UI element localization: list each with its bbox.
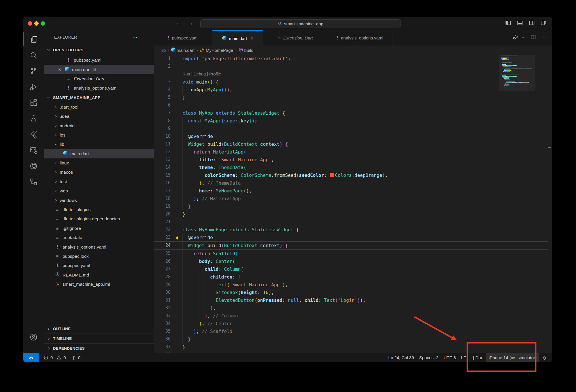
zoom-window-button[interactable] bbox=[41, 21, 45, 26]
status-item--dart[interactable]: {} Dart bbox=[469, 353, 486, 362]
forward-arrow-button[interactable]: → bbox=[188, 20, 194, 26]
activity-search-icon[interactable] bbox=[23, 48, 44, 62]
code-line-7[interactable]: 7class MyApp extends StatelessWidget { bbox=[154, 109, 552, 117]
code-line-14[interactable]: 14 theme: ThemeData( bbox=[154, 164, 552, 171]
code-line-20[interactable]: 20} bbox=[154, 210, 552, 218]
tab-analysis_options.yaml[interactable]: !analysis_options.yaml bbox=[328, 30, 392, 46]
sidebar-section-timeline[interactable]: ›TIMELINE bbox=[44, 334, 154, 343]
code-line-32[interactable]: 32 ], bbox=[154, 304, 552, 312]
tree-file-.flutter-plugins-dependencies[interactable]: ≡.flutter-plugins-dependencies bbox=[44, 214, 154, 224]
activity-hierarchy-icon[interactable] bbox=[23, 175, 44, 189]
code-line-30[interactable]: 30 SizedBox(height: 16), bbox=[154, 289, 552, 296]
tree-file-smart_machine_app.iml[interactable]: smart_machine_app.iml bbox=[44, 280, 154, 289]
code-line-18[interactable]: 18 ); // MaterialApp bbox=[154, 195, 552, 202]
split-editor-icon[interactable] bbox=[530, 34, 536, 40]
code-line-29[interactable]: 29 Text('Smart Machine App'), bbox=[154, 281, 552, 289]
sidebar-more-actions[interactable]: ⋯ bbox=[132, 34, 138, 41]
tree-folder-windows[interactable]: ›windows bbox=[44, 196, 154, 205]
status-item-utf-8[interactable]: UTF-8 bbox=[441, 353, 459, 362]
code-line-17[interactable]: 17 home: MyHomePage(), bbox=[154, 187, 552, 195]
code-line-24[interactable]: 24 Widget build(BuildContext context) { bbox=[154, 241, 548, 250]
run-and-debug-icon[interactable] bbox=[513, 34, 519, 40]
code-line-9[interactable]: 9 bbox=[154, 125, 552, 132]
codelens-label[interactable]: Run | Debug | Profile bbox=[182, 70, 221, 78]
activity-github-icon[interactable] bbox=[23, 159, 44, 173]
code-line-31[interactable]: 31 ElevatedButton(onPressed: null, child… bbox=[154, 296, 552, 304]
code-line-19[interactable]: 19 } bbox=[154, 202, 552, 210]
tab-pubspec.yaml[interactable]: !pubspec.yaml bbox=[154, 30, 212, 46]
tree-folder-android[interactable]: ›android bbox=[44, 121, 154, 130]
minimap[interactable] bbox=[501, 56, 533, 89]
ports-indicator[interactable]: 0 bbox=[69, 353, 83, 362]
code-line-28[interactable]: 28 children: [ bbox=[154, 273, 552, 281]
breadcrumb-item[interactable]: MyHomePage bbox=[200, 48, 233, 53]
tab-Extension: Dart[interactable]: ≡Extension: Dart bbox=[263, 30, 328, 46]
open-editor-item[interactable]: ≡Extension: Dart bbox=[44, 74, 154, 84]
code-line-34[interactable]: 34 ), // Center bbox=[154, 320, 552, 327]
color-swatch[interactable] bbox=[330, 173, 334, 177]
tree-folder-.idea[interactable]: ›.idea bbox=[44, 112, 154, 121]
activity-extensions-icon[interactable] bbox=[23, 95, 44, 110]
tree-folder-lib[interactable]: ›lib bbox=[44, 140, 154, 149]
command-center-search[interactable]: smart_machine_app bbox=[200, 19, 401, 28]
tree-folder-macos[interactable]: ›macos bbox=[44, 168, 154, 177]
status-item-spaces-2[interactable]: Spaces: 2 bbox=[417, 353, 441, 362]
code-line-35[interactable]: 35 ); // Scaffold bbox=[154, 327, 552, 335]
status-item-iphone-14-ios-simulator-[interactable]: iPhone 14 (ios simulator) bbox=[486, 353, 539, 362]
activity-flutter-icon[interactable] bbox=[23, 127, 44, 141]
layout-panel-icon[interactable] bbox=[517, 20, 523, 26]
close-tab-icon[interactable]: × bbox=[251, 36, 253, 41]
sidebar-section-outline[interactable]: ›OUTLINE bbox=[44, 324, 154, 334]
activity-devtools-icon[interactable] bbox=[23, 143, 44, 157]
chevron-down-icon[interactable]: ⌄ bbox=[521, 35, 524, 39]
code-line-21[interactable]: 21 bbox=[154, 218, 552, 226]
sidebar-section-dependencies[interactable]: ›DEPENDENCIES bbox=[44, 343, 154, 353]
layout-customize-icon[interactable] bbox=[540, 20, 547, 26]
tree-file-README.md[interactable]: README.md bbox=[44, 270, 154, 280]
tree-file-pubspec.lock[interactable]: ≡pubspec.lock bbox=[44, 252, 154, 261]
tree-file-.gitignore[interactable]: ◆.gitignore bbox=[44, 224, 154, 233]
breadcrumb-item[interactable]: build bbox=[239, 48, 254, 53]
breadcrumb-item[interactable]: lib bbox=[161, 48, 166, 53]
tree-file-.flutter-plugins[interactable]: ≡.flutter-plugins bbox=[44, 205, 154, 214]
code-line-33[interactable]: 33 ), // Column bbox=[154, 312, 552, 320]
status-item-ln-24-col-39[interactable]: Ln 24, Col 39 bbox=[386, 353, 417, 362]
breadcrumb-item[interactable]: main.dart bbox=[171, 48, 195, 53]
back-arrow-button[interactable]: ← bbox=[175, 20, 181, 26]
tree-file-analysis_options.yaml[interactable]: !analysis_options.yaml bbox=[44, 242, 154, 251]
code-line-25[interactable]: 25 return Scaffold( bbox=[154, 250, 552, 257]
code-line-15[interactable]: 15 colorScheme: ColorScheme.fromSeed(see… bbox=[154, 171, 552, 179]
project-root-header[interactable]: › SMART_MACHINE_APP bbox=[44, 93, 154, 103]
notifications-bell-icon[interactable] bbox=[539, 353, 550, 362]
code-line-5[interactable]: 5} bbox=[154, 94, 552, 101]
more-actions-icon[interactable] bbox=[542, 34, 548, 40]
code-line-12[interactable]: 12 return MaterialApp( bbox=[154, 148, 552, 156]
close-editor-icon[interactable]: × bbox=[57, 67, 62, 73]
open-editor-item[interactable]: !analysis_options.yaml bbox=[44, 84, 154, 93]
code-line-23[interactable]: 23 @override bbox=[154, 234, 552, 241]
code-line-27[interactable]: 27 child: Column( bbox=[154, 265, 552, 273]
code-line-11[interactable]: 11 Widget build(BuildContext context) { bbox=[154, 140, 552, 148]
code-line-1[interactable]: 1import 'package:flutter/material.dart'; bbox=[154, 55, 552, 63]
code-line-22[interactable]: 22class MyHomePage extends StatelessWidg… bbox=[154, 226, 552, 234]
code-line-6[interactable]: 6 bbox=[154, 101, 552, 109]
activity-testing-icon[interactable] bbox=[23, 111, 44, 126]
activity-account-icon[interactable] bbox=[23, 330, 44, 344]
codelens-actions[interactable]: Run | Debug | Profile bbox=[154, 70, 552, 78]
activity-run-debug-icon[interactable] bbox=[23, 79, 44, 94]
problems-indicator[interactable]: 0 0 bbox=[41, 353, 69, 362]
code-line-10[interactable]: 10 @override bbox=[154, 132, 552, 140]
code-line-26[interactable]: 26 body: Center( bbox=[154, 257, 552, 265]
tree-folder-.dart_tool[interactable]: ›.dart_tool bbox=[44, 103, 154, 112]
tree-file-pubspec.yaml[interactable]: !pubspec.yaml bbox=[44, 261, 154, 270]
remote-indicator[interactable]: >< bbox=[23, 353, 39, 362]
code-line-2[interactable]: 2 bbox=[154, 63, 552, 70]
tree-folder-web[interactable]: ›web bbox=[44, 186, 154, 196]
code-line-16[interactable]: 16 ), // ThemeData bbox=[154, 179, 552, 187]
tree-folder-ios[interactable]: ›ios bbox=[44, 130, 154, 140]
code-line-13[interactable]: 13 title: 'Smart Machine App', bbox=[154, 156, 552, 164]
open-editors-header[interactable]: › OPEN EDITORS bbox=[44, 44, 154, 56]
open-editor-item[interactable]: ×main.dartlib bbox=[44, 65, 154, 74]
tree-file-main.dart[interactable]: main.dart bbox=[44, 149, 154, 158]
code-area[interactable]: 1import 'package:flutter/material.dart';… bbox=[154, 55, 552, 353]
